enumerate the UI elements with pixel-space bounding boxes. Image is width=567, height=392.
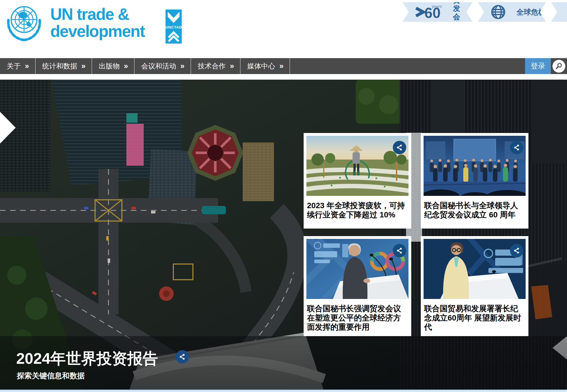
site-logo[interactable]: UN trade & development UNCTAD xyxy=(3,2,182,44)
nav-item-statistics[interactable]: 统计和数据 » xyxy=(36,58,92,74)
banner-share-button[interactable] xyxy=(176,350,189,364)
news-card-title[interactable]: 2023 年全球投资疲软，可持续行业资金下降超过 10% xyxy=(307,201,408,219)
unctad-chevron-mark: UNCTAD xyxy=(166,9,182,44)
news-card-leaders-forum[interactable]: 联合国秘书长与全球领导人纪念贸发会议成立 60 周年 xyxy=(421,133,528,229)
un-emblem-icon xyxy=(3,2,45,44)
chevron-right-icon: » xyxy=(230,62,233,70)
nav-item-label: 出版物 xyxy=(99,61,120,71)
unctad-chevron-icon: UNCTAD xyxy=(166,9,182,44)
badge-60-vertical-text: 贸发会议60周年 xyxy=(453,2,462,22)
chevron-right-icon: » xyxy=(81,62,85,70)
nav-item-media-center[interactable]: 媒体中心 » xyxy=(240,58,290,74)
site-header: UN trade & development UNCTAD 60 years 贸… xyxy=(0,0,567,58)
share-button[interactable] xyxy=(510,141,523,154)
chevron-right-icon: » xyxy=(124,62,127,70)
nav-item-technical-cooperation[interactable]: 技术合作 » xyxy=(191,58,240,74)
news-card-title[interactable]: 联合国秘书长强调贸发会议在塑造更公平的全球经济方面发挥的重要作用 xyxy=(307,304,408,332)
next-section-edge xyxy=(0,389,567,392)
nav-item-label: 媒体中心 xyxy=(247,61,275,71)
60-years-label: years xyxy=(431,4,442,9)
share-icon xyxy=(396,247,403,254)
site-logo-text: UN trade & development xyxy=(50,6,145,40)
logo-line-1: UN trade & xyxy=(50,6,145,23)
search-icon xyxy=(555,62,563,70)
news-card-title[interactable]: 联合国贸易和发展署署长纪念成立60周年 展望新发展时代 xyxy=(424,304,525,332)
news-card-secretary-general[interactable]: 联合国秘书长强调贸发会议在塑造更公平的全球经济方面发挥的重要作用 xyxy=(304,236,411,336)
share-button[interactable] xyxy=(393,141,406,154)
news-card-image xyxy=(306,239,408,299)
banner-subtitle: 探索关键信息和数据 xyxy=(17,371,85,381)
badge-60-years[interactable]: 60 years 贸发会议60周年 xyxy=(403,2,472,22)
nav-item-label: 关于 xyxy=(7,61,21,71)
share-button[interactable] xyxy=(510,244,523,257)
chevron-right-icon: » xyxy=(25,62,29,70)
login-button[interactable]: 登录 xyxy=(525,58,551,74)
hero-section: 2023 年全球投资疲软，可持续行业资金下降超过 10% xyxy=(0,80,567,392)
share-icon xyxy=(513,144,520,151)
globe-icon xyxy=(491,4,506,20)
banner-title[interactable]: 2024年世界投资报告 xyxy=(16,348,158,369)
news-card-unctad-chief[interactable]: 联合国贸易和发展署署长纪念成立60周年 展望新发展时代 xyxy=(421,236,528,336)
chevron-right-icon: » xyxy=(279,62,283,70)
main-nav: 关于 » 统计和数据 » 出版物 » 会议和活动 » 技术合作 » 媒体中心 »… xyxy=(0,58,567,74)
logo-line-2: development xyxy=(50,23,145,40)
news-card-image xyxy=(424,136,526,196)
share-icon xyxy=(396,144,403,151)
nav-item-label: 会议和活动 xyxy=(141,61,176,71)
nav-spacer xyxy=(290,58,525,74)
badge-global-crisis-label: 全球危机 xyxy=(516,7,545,17)
search-button[interactable] xyxy=(552,60,565,73)
share-icon xyxy=(513,247,520,254)
chevron-right-icon: » xyxy=(180,62,184,70)
news-card-title[interactable]: 联合国秘书长与全球领导人纪念贸发会议成立 60 周年 xyxy=(424,201,525,219)
share-icon xyxy=(179,353,186,360)
nav-item-label: 技术合作 xyxy=(198,61,226,71)
search-area xyxy=(551,58,567,74)
share-button[interactable] xyxy=(393,244,406,257)
nav-item-meetings[interactable]: 会议和活动 » xyxy=(134,58,191,74)
nav-item-publications[interactable]: 出版物 » xyxy=(92,58,134,74)
nav-item-label: 统计和数据 xyxy=(42,61,77,71)
nav-item-about[interactable]: 关于 » xyxy=(0,58,36,74)
60-years-logo: 60 years xyxy=(413,3,446,21)
news-card-investment[interactable]: 2023 年全球投资疲软，可持续行业资金下降超过 10% xyxy=(304,133,411,229)
badge-global-crisis[interactable]: 全球危机 xyxy=(478,2,546,22)
unctad-tab-label: UNCTAD xyxy=(166,25,182,29)
news-card-image xyxy=(424,239,526,299)
badge-clipped-stub[interactable] xyxy=(551,2,567,22)
hero-banner: 2024年世界投资报告 探索关键信息和数据 xyxy=(0,336,567,392)
news-card-image xyxy=(306,136,408,196)
